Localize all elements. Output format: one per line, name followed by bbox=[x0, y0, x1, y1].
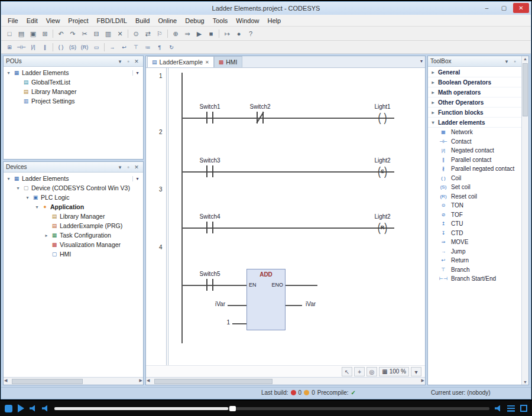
tree-row[interactable]: ▾ ▣ PLC Logic bbox=[4, 193, 143, 202]
pan-tool-icon[interactable]: + bbox=[354, 367, 365, 376]
step-over-icon[interactable]: ↦ bbox=[221, 28, 233, 39]
find-icon[interactable]: ⊙ bbox=[130, 28, 142, 39]
pous-panel-header[interactable]: POUs ▾ ▫ ✕ bbox=[4, 56, 143, 67]
contact-label[interactable]: Switch3 bbox=[199, 157, 220, 164]
panel-pin-icon[interactable]: ▫ bbox=[124, 164, 132, 170]
toolbox-item-parallel-negated-contact[interactable]: ∦ Parallel negated contact bbox=[428, 164, 521, 174]
toolbox-category-ladder-elements[interactable]: ▾ Ladder elements bbox=[428, 118, 521, 128]
reset-coil-tool-icon[interactable]: (R) bbox=[79, 42, 90, 53]
scroll-thumb[interactable] bbox=[12, 379, 83, 384]
devices-hscrollbar[interactable]: ◀ ▶ bbox=[4, 377, 143, 385]
tree-row[interactable]: ▾ ▢ Device (CODESYS Control Win V3) bbox=[4, 183, 143, 193]
toolbox-category-other-operators[interactable]: ▸ Other Operators bbox=[428, 98, 521, 108]
toolbox-item-ctu[interactable]: ↥ CTU bbox=[428, 219, 521, 229]
breakpoint-icon[interactable]: ● bbox=[233, 28, 245, 39]
toolbox-category-math-operators[interactable]: ▸ Math operators bbox=[428, 87, 521, 98]
volume-high-icon[interactable] bbox=[42, 405, 49, 412]
ladder-canvas[interactable]: 1 2 3 4 Switch1 Switch2 Light1 () Switch… bbox=[146, 68, 425, 365]
toolbox-item-branch[interactable]: ⊤ Branch bbox=[428, 265, 521, 275]
stop-icon[interactable] bbox=[5, 405, 12, 412]
toolbox-item-network[interactable]: ▦ Network bbox=[428, 128, 521, 137]
toolbox-category-boolean-operators[interactable]: ▸ Boolean Operators bbox=[428, 77, 521, 87]
expander-icon[interactable]: ▾ bbox=[6, 70, 11, 76]
titlebar[interactable]: Ladder Elements.project - CODESYS – ▢ ✕ bbox=[1, 2, 531, 15]
menu-debug[interactable]: Debug bbox=[181, 16, 208, 25]
toolbox-item-contact[interactable]: ⊣⊢ Contact bbox=[428, 137, 521, 147]
play-icon[interactable] bbox=[18, 404, 24, 412]
panel-pin-icon[interactable]: ▫ bbox=[511, 58, 519, 64]
replace-icon[interactable]: ⇄ bbox=[142, 28, 154, 39]
copy-icon[interactable]: ⊟ bbox=[90, 28, 102, 39]
tree-row[interactable]: ▤ GlobalTextList bbox=[4, 77, 143, 87]
tab-hmi[interactable]: ▩ HMI bbox=[214, 56, 242, 67]
toolbox-item-move[interactable]: ⇒ MOVE bbox=[428, 238, 521, 247]
add-function-block[interactable]: ADD EN ENO bbox=[246, 269, 286, 330]
comment-tool-icon[interactable]: ¶ bbox=[154, 42, 166, 53]
menu-online[interactable]: Online bbox=[154, 16, 181, 25]
expander-icon[interactable]: ▸ bbox=[430, 70, 436, 75]
settings-icon[interactable] bbox=[507, 405, 515, 412]
contact-switch1[interactable] bbox=[205, 112, 215, 124]
panel-menu-icon[interactable]: ▾ bbox=[116, 58, 124, 64]
expander-icon[interactable]: ▸ bbox=[430, 100, 436, 105]
contact-label[interactable]: Switch4 bbox=[199, 213, 220, 220]
coil-label[interactable]: Light1 bbox=[374, 103, 390, 110]
toolbox-category-function-blocks[interactable]: ▸ Function blocks bbox=[428, 108, 521, 118]
cut-icon[interactable]: ✂ bbox=[79, 28, 90, 39]
menu-project[interactable]: Project bbox=[64, 16, 92, 25]
undo-icon[interactable]: ↶ bbox=[55, 28, 67, 39]
tree-row[interactable]: ▤ Library Manager bbox=[4, 212, 143, 221]
refresh-tool-icon[interactable]: ↻ bbox=[166, 42, 177, 53]
project-settings-icon[interactable]: ⚐ bbox=[154, 28, 166, 39]
network-number[interactable]: 4 bbox=[159, 244, 163, 251]
open-file-icon[interactable]: ▤ bbox=[15, 28, 27, 39]
login-icon[interactable]: ⇒ bbox=[181, 28, 193, 39]
tree-row[interactable]: ▢ HMI bbox=[4, 249, 143, 259]
close-icon[interactable]: ✕ bbox=[205, 60, 209, 65]
editor-hscrollbar[interactable]: ◀ ▶ bbox=[146, 377, 425, 385]
scroll-thumb[interactable] bbox=[154, 379, 273, 384]
parallel-contact-tool-icon[interactable]: ∥ bbox=[39, 42, 51, 53]
seek-handle[interactable] bbox=[229, 406, 236, 411]
toolbox-item-jump[interactable]: → Jump bbox=[428, 247, 521, 256]
zoom-control[interactable]: ▦ 100 % bbox=[379, 367, 409, 376]
select-tool-icon[interactable]: ↖ bbox=[342, 367, 352, 376]
devices-panel-header[interactable]: Devices ▾ ▫ ✕ bbox=[4, 162, 143, 173]
toolbox-item-tof[interactable]: ⊘ TOF bbox=[428, 210, 521, 220]
tree-row[interactable]: ▥ Project Settings bbox=[4, 96, 143, 106]
delete-icon[interactable]: ✕ bbox=[114, 28, 126, 39]
branch-tool-icon[interactable]: ⊤ bbox=[130, 42, 142, 53]
scroll-right-icon[interactable]: ▶ bbox=[140, 378, 142, 383]
chevron-down-icon[interactable]: ▾ bbox=[132, 176, 142, 181]
toolbox-item-ctd[interactable]: ↧ CTD bbox=[428, 229, 521, 238]
contact-switch4[interactable] bbox=[205, 222, 215, 233]
volume-icon[interactable] bbox=[495, 405, 502, 412]
network-tool-icon[interactable]: ⊞ bbox=[4, 42, 15, 53]
scroll-up-icon[interactable]: ▲ bbox=[523, 57, 527, 61]
menu-tools[interactable]: Tools bbox=[209, 16, 232, 25]
menu-help[interactable]: Help bbox=[263, 16, 285, 25]
expander-icon[interactable]: ▸ bbox=[430, 90, 436, 95]
contact-label[interactable]: Switch2 bbox=[249, 103, 270, 110]
scroll-left-icon[interactable]: ◀ bbox=[4, 378, 7, 383]
toolbox-item-coil[interactable]: ( ) Coil bbox=[428, 174, 521, 183]
new-file-icon[interactable]: □ bbox=[4, 28, 15, 39]
zoom-tool-icon[interactable]: ◎ bbox=[366, 367, 377, 376]
assign-tool-icon[interactable]: ≔ bbox=[142, 42, 154, 53]
fullscreen-icon[interactable] bbox=[520, 405, 527, 412]
expander-icon[interactable]: ▸ bbox=[44, 233, 49, 238]
tree-row[interactable]: ▾ ▦ Ladder Elements ▾ bbox=[4, 174, 143, 183]
menu-edit[interactable]: Edit bbox=[22, 16, 42, 25]
panel-pin-icon[interactable]: ▫ bbox=[124, 58, 132, 64]
toolbox-item-negated-contact[interactable]: |/| Negated contact bbox=[428, 146, 521, 155]
coil-label[interactable]: Light2 bbox=[374, 213, 390, 220]
menu-fbd-ld-il[interactable]: FBD/LD/IL bbox=[93, 16, 131, 25]
menu-view[interactable]: View bbox=[42, 16, 64, 25]
start-icon[interactable]: ▶ bbox=[193, 28, 205, 39]
coil-light1[interactable]: () bbox=[376, 112, 389, 124]
contact-switch3[interactable] bbox=[205, 165, 215, 177]
scroll-right-icon[interactable]: ▶ bbox=[421, 378, 424, 383]
expander-icon[interactable]: ▾ bbox=[430, 120, 436, 125]
toolbox-header[interactable]: ToolBox ▾ ▫ bbox=[428, 56, 521, 67]
block-input-operand[interactable]: 1 bbox=[226, 319, 230, 326]
